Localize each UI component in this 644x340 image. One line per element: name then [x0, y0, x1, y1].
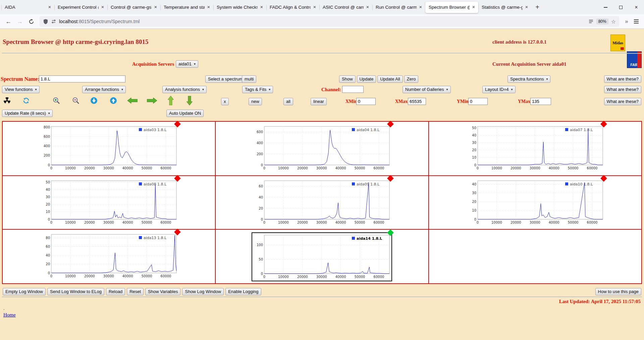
radioactive-icon[interactable] — [3, 97, 11, 104]
tab-10[interactable]: Statistics @ carme-g× — [478, 2, 531, 13]
url-bar[interactable]: localhost:8015/Spectrum/Spectrum.tml 80%… — [40, 16, 619, 27]
log-button-4[interactable]: Reset — [127, 288, 144, 295]
arrange-functions-select[interactable]: Arrange functions — [82, 86, 126, 93]
shield-icon[interactable] — [43, 19, 48, 24]
bookmark-star-icon[interactable]: ☆ — [611, 18, 616, 25]
menu-button[interactable] — [631, 16, 641, 26]
tab-close-icon[interactable]: × — [471, 4, 477, 10]
reader-mode-icon[interactable] — [588, 19, 594, 24]
tab-close-icon[interactable]: × — [100, 4, 106, 10]
new-tab-button[interactable]: + — [532, 2, 543, 13]
svg-text:50000: 50000 — [355, 275, 365, 279]
tab-9[interactable]: Spectrum Browser @× — [425, 2, 478, 13]
tab-title: Control @ carme-gsi — [111, 5, 152, 10]
back-button[interactable]: ← — [3, 16, 14, 27]
acquisition-server-select[interactable]: aida01 — [176, 60, 198, 68]
update-all-button[interactable]: Update All — [377, 75, 402, 83]
what-are-these-button-2[interactable]: What are these? — [604, 86, 641, 93]
minimize-button[interactable] — [598, 0, 613, 14]
tab-6[interactable]: FADC Align & Control× — [266, 2, 319, 13]
tab-close-icon[interactable]: × — [47, 4, 53, 10]
fair-logo[interactable]: FAIR — [627, 51, 642, 68]
scroll-down-icon[interactable] — [90, 97, 98, 105]
linear-button[interactable]: linear — [311, 98, 327, 105]
toolbar-overflow-button[interactable]: » — [622, 18, 631, 25]
log-button-6[interactable]: Show Log Window — [182, 288, 224, 295]
svg-text:20000: 20000 — [511, 221, 521, 224]
zoom-out-icon[interactable] — [72, 97, 80, 105]
close-window-button[interactable]: × — [629, 0, 644, 14]
maximize-button[interactable] — [613, 0, 629, 14]
log-button-1[interactable]: Empty Log Window — [3, 288, 46, 295]
spectrum-name-input[interactable] — [39, 75, 125, 82]
view-functions-select[interactable]: View functions — [2, 86, 40, 93]
tab-close-icon[interactable]: × — [365, 4, 371, 10]
midas-logo[interactable]: Midas — [610, 35, 625, 51]
tags-fits-select[interactable]: Tags & Fits — [242, 86, 273, 93]
spectrum-chart-aida09[interactable]: 01000020000300004000050000600000204060ai… — [252, 179, 391, 226]
refresh-icon[interactable] — [22, 97, 30, 105]
xmax-input[interactable] — [408, 98, 426, 105]
analysis-functions-select[interactable]: Analysis functions — [162, 86, 207, 93]
scroll-up-icon[interactable] — [109, 97, 117, 105]
svg-text:0: 0 — [263, 166, 265, 170]
connection-icon[interactable] — [51, 19, 56, 24]
tab-close-icon[interactable]: × — [418, 4, 424, 10]
svg-text:aida03 1.8.L: aida03 1.8.L — [144, 128, 167, 132]
ymin-input[interactable] — [468, 98, 488, 105]
spectra-functions-select[interactable]: Spectra functions — [507, 75, 550, 83]
tab-close-icon[interactable]: × — [153, 4, 159, 10]
show-button[interactable]: Show — [339, 75, 356, 83]
tab-close-icon[interactable]: × — [259, 4, 265, 10]
arrow-right-icon[interactable] — [147, 98, 157, 104]
log-button-7[interactable]: Enable Logging — [225, 288, 261, 295]
tab-close-icon[interactable]: × — [524, 4, 530, 10]
auto-update-button[interactable]: Auto Update ON — [166, 110, 204, 117]
spectrum-chart-aida03[interactable]: 0100002000030000400005000060000020040060… — [39, 124, 178, 172]
what-are-these-button-1[interactable]: What are these? — [604, 75, 641, 83]
spectrum-chart-aida04[interactable]: 0100002000030000400005000060000020040060… — [252, 124, 391, 172]
x-axis-button[interactable]: x — [221, 98, 229, 105]
tab-7[interactable]: ASIC Control @ carm× — [319, 2, 372, 13]
xmin-input[interactable] — [356, 98, 376, 105]
ymax-input[interactable] — [530, 98, 551, 105]
reload-button[interactable] — [25, 16, 37, 27]
url-text[interactable]: localhost:8015/Spectrum/Spectrum.tml — [59, 19, 586, 24]
channel-input[interactable] — [342, 86, 364, 93]
update-rate-select[interactable]: Update Rate (8 secs) — [2, 110, 53, 117]
arrow-up-icon[interactable] — [168, 96, 174, 105]
all-button[interactable]: all — [283, 98, 293, 105]
tab-close-icon[interactable]: × — [206, 4, 212, 10]
new-button[interactable]: new — [249, 98, 262, 105]
zoom-indicator[interactable]: 80% — [596, 18, 608, 24]
tab-8[interactable]: Run Control @ carme× — [372, 2, 425, 13]
spectrum-chart-aida07[interactable]: 0100002000030000400005000060000010203040… — [466, 124, 605, 172]
home-link[interactable]: Home — [3, 312, 16, 318]
how-to-use-button[interactable]: How to use this page — [595, 288, 641, 295]
forward-button[interactable]: → — [14, 16, 25, 27]
log-button-3[interactable]: Reload — [106, 288, 125, 295]
log-button-5[interactable]: Show Variables — [145, 288, 180, 295]
svg-text:50: 50 — [46, 180, 50, 184]
tab-5[interactable]: System wide Checks× — [213, 2, 266, 13]
arrow-left-icon[interactable] — [127, 98, 138, 104]
tab-4[interactable]: Temperature and status× — [160, 2, 213, 13]
tab-2[interactable]: Experiment Control @ c× — [54, 2, 107, 13]
tab-1[interactable]: AIDA× — [1, 2, 54, 13]
spectrum-chart-aida14[interactable]: 0100002000030000400005000060000050100aid… — [252, 232, 392, 281]
spectrum-chart-aida10[interactable]: 0100002000030000400005000060000010203040… — [466, 179, 605, 226]
update-button[interactable]: Update — [357, 75, 376, 83]
number-of-galleries-select[interactable]: Number of Galleries — [402, 86, 451, 93]
zoom-in-icon[interactable] — [52, 97, 60, 105]
layout-id-select[interactable]: Layout ID=4 — [482, 86, 516, 93]
arrow-down-icon[interactable] — [186, 96, 193, 105]
zero-button[interactable]: Zero — [404, 75, 419, 83]
tab-3[interactable]: Control @ carme-gsi× — [107, 2, 160, 13]
tab-close-icon[interactable]: × — [312, 4, 318, 10]
multi-button[interactable]: multi — [242, 75, 256, 83]
spectrum-chart-aida08[interactable]: 0100002000030000400005000060000010203040… — [39, 179, 178, 226]
spectrum-chart-aida13[interactable]: 0100002000030000400005000060000020406080… — [39, 232, 178, 280]
log-button-2[interactable]: Send Log Window to ELog — [47, 288, 104, 295]
what-are-these-button-3[interactable]: What are these? — [604, 98, 641, 105]
svg-text:0: 0 — [263, 221, 265, 224]
